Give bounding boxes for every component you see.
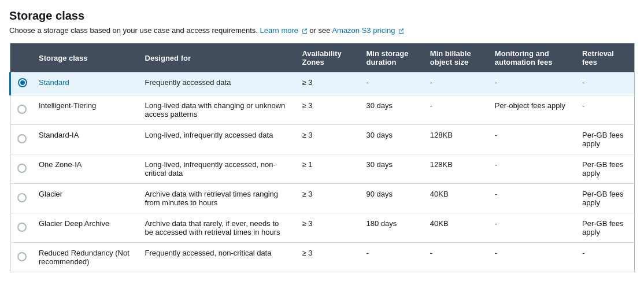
radio-button[interactable] [17, 105, 27, 114]
col-monitoring-fees: Monitoring and automation fees [488, 43, 575, 73]
storage-class-name: Reduced Redundancy (Not recommended) [39, 249, 129, 266]
storage-class-name-cell: Glacier [32, 184, 138, 213]
radio-cell[interactable] [10, 243, 32, 272]
min-billable-object-size-cell: - [423, 243, 488, 272]
min-billable-object-size-cell: 40KB [423, 184, 488, 213]
min-billable-object-size-cell: - [423, 72, 488, 95]
availability-zones-cell: ≥ 3 [295, 72, 359, 95]
min-storage-duration-cell: - [359, 72, 423, 95]
table-row[interactable]: Glacier Deep ArchiveArchive data that ra… [10, 213, 635, 243]
table-row[interactable]: One Zone-IALong-lived, infrequently acce… [10, 154, 635, 184]
storage-class-name: Standard [39, 78, 69, 87]
radio-button[interactable] [18, 78, 27, 87]
min-billable-object-size-cell: 128KB [423, 154, 488, 184]
retrieval-fees-cell: Per-GB fees apply [575, 154, 635, 184]
designed-for-cell: Archive data that rarely, if ever, needs… [138, 213, 295, 243]
monitoring-fees-cell: - [488, 125, 575, 154]
radio-cell[interactable] [10, 154, 32, 184]
radio-cell[interactable] [10, 72, 32, 95]
min-storage-duration-cell: 30 days [359, 95, 423, 125]
storage-class-table: Storage class Designed for Availability … [9, 43, 635, 272]
col-min-storage-duration: Min storage duration [359, 43, 423, 73]
table-row[interactable]: Intelligent-TieringLong-lived data with … [10, 95, 635, 125]
storage-class-name-cell: Glacier Deep Archive [32, 213, 138, 243]
monitoring-fees-cell: - [488, 243, 575, 272]
storage-class-name: Standard-IA [39, 131, 79, 139]
designed-for-cell: Long-lived, infrequently accessed data [138, 125, 295, 154]
availability-zones-cell: ≥ 3 [295, 95, 359, 125]
radio-button[interactable] [17, 252, 27, 261]
designed-for-cell: Archive data with retrieval times rangin… [138, 184, 295, 213]
storage-class-name-cell: Standard-IA [32, 125, 138, 154]
availability-zones-cell: ≥ 3 [295, 213, 359, 243]
retrieval-fees-cell: Per-GB fees apply [575, 213, 635, 243]
radio-button[interactable] [17, 164, 27, 173]
storage-class-name-cell: One Zone-IA [32, 154, 138, 184]
monitoring-fees-cell: - [488, 213, 575, 243]
availability-zones-cell: ≥ 3 [295, 243, 359, 272]
radio-cell[interactable] [10, 125, 32, 154]
radio-button[interactable] [17, 193, 27, 202]
col-storage-class: Storage class [32, 43, 138, 73]
designed-for-cell: Frequently accessed, non-critical data [138, 243, 295, 272]
storage-class-name: Intelligent-Tiering [39, 101, 96, 110]
storage-class-name: Glacier [39, 190, 62, 198]
radio-cell[interactable] [10, 184, 32, 213]
learn-more-link[interactable]: Learn more [260, 26, 298, 35]
s3-pricing-link[interactable]: Amazon S3 pricing [332, 26, 395, 35]
radio-cell[interactable] [10, 95, 32, 125]
storage-class-name: One Zone-IA [39, 160, 82, 169]
col-min-billable-object-size: Min billable object size [423, 43, 488, 73]
monitoring-fees-cell: Per-object fees apply [488, 95, 575, 125]
min-storage-duration-cell: - [359, 243, 423, 272]
monitoring-fees-cell: - [488, 184, 575, 213]
min-storage-duration-cell: 30 days [359, 154, 423, 184]
radio-cell[interactable] [10, 213, 32, 243]
col-retrieval-fees: Retrieval fees [575, 43, 635, 73]
min-storage-duration-cell: 180 days [359, 213, 423, 243]
monitoring-fees-cell: - [488, 154, 575, 184]
availability-zones-cell: ≥ 1 [295, 154, 359, 184]
designed-for-cell: Long-lived data with changing or unknown… [138, 95, 295, 125]
min-billable-object-size-cell: - [423, 95, 488, 125]
table-row[interactable]: StandardFrequently accessed data≥ 3---- [10, 72, 635, 95]
storage-class-name-cell: Reduced Redundancy (Not recommended) [32, 243, 138, 272]
min-billable-object-size-cell: 40KB [423, 213, 488, 243]
table-row[interactable]: GlacierArchive data with retrieval times… [10, 184, 635, 213]
radio-col-header [10, 43, 32, 73]
col-availability-zones: Availability Zones [295, 43, 359, 73]
availability-zones-cell: ≥ 3 [295, 184, 359, 213]
storage-class-name: Glacier Deep Archive [39, 219, 109, 228]
radio-button[interactable] [17, 134, 27, 143]
page-subtitle: Choose a storage class based on your use… [9, 26, 635, 35]
min-billable-object-size-cell: 128KB [423, 125, 488, 154]
external-link-icon [302, 28, 308, 34]
availability-zones-cell: ≥ 3 [295, 125, 359, 154]
table-row[interactable]: Standard-IALong-lived, infrequently acce… [10, 125, 635, 154]
min-storage-duration-cell: 30 days [359, 125, 423, 154]
retrieval-fees-cell: Per-GB fees apply [575, 184, 635, 213]
table-row[interactable]: Reduced Redundancy (Not recommended)Freq… [10, 243, 635, 272]
external-link-icon-2 [398, 28, 404, 34]
designed-for-cell: Long-lived, infrequently accessed, non-c… [138, 154, 295, 184]
storage-class-name-cell: Standard [32, 72, 138, 95]
storage-class-name-cell: Intelligent-Tiering [32, 95, 138, 125]
monitoring-fees-cell: - [488, 72, 575, 95]
radio-button[interactable] [17, 223, 27, 232]
retrieval-fees-cell: Per-GB fees apply [575, 125, 635, 154]
retrieval-fees-cell: - [575, 72, 635, 95]
retrieval-fees-cell: - [575, 243, 635, 272]
page-title: Storage class [9, 9, 635, 23]
retrieval-fees-cell: - [575, 95, 635, 125]
min-storage-duration-cell: 90 days [359, 184, 423, 213]
designed-for-cell: Frequently accessed data [138, 72, 295, 95]
col-designed-for: Designed for [138, 43, 295, 73]
